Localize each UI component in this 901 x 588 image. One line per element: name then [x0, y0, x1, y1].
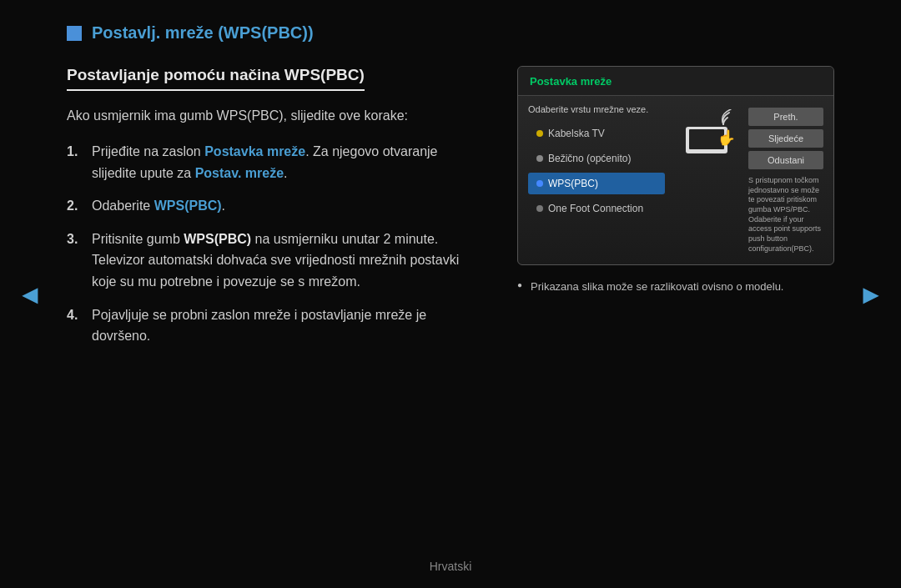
- dialog-title: Postavka mreže: [530, 75, 612, 88]
- dialog-left-panel: Odaberite vrstu mrežne veze. Kabelska TV…: [528, 104, 665, 254]
- step1-link2: Postav. mreže: [195, 166, 284, 180]
- dialog-center-panel: 👆: [673, 104, 740, 254]
- router-icon: 👆: [677, 108, 736, 153]
- note-text: Prikazana slika može se razlikovati ovis…: [517, 279, 834, 295]
- menu-item-onefoot[interactable]: One Foot Connection: [528, 198, 665, 219]
- step2-highlight: WPS(PBC): [154, 199, 222, 213]
- menu-label: Bežično (općenito): [548, 153, 631, 164]
- menu-item-kabelska[interactable]: Kabelska TV: [528, 123, 665, 144]
- header-icon: [67, 26, 82, 41]
- right-content: Postavka mreže Odaberite vrstu mrežne ve…: [517, 66, 834, 359]
- dot-icon: [536, 155, 543, 162]
- page-header: Postavlj. mreže (WPS(PBC)): [67, 23, 834, 43]
- step-number: 2.: [67, 195, 78, 217]
- dot-icon: [536, 130, 543, 137]
- steps-list: 1. Prijeđite na zaslon Postavka mreže. Z…: [67, 141, 484, 347]
- list-item: 1. Prijeđite na zaslon Postavka mreže. Z…: [67, 141, 484, 183]
- step3-highlight: WPS(PBC): [184, 232, 251, 246]
- menu-label: One Foot Connection: [548, 203, 643, 214]
- list-item: 4. Pojavljuje se probni zaslon mreže i p…: [67, 304, 484, 347]
- tv-dialog: Postavka mreže Odaberite vrstu mrežne ve…: [517, 66, 834, 265]
- list-item: 2. Odaberite WPS(PBC).: [67, 195, 484, 217]
- list-item: 3. Pritisnite gumb WPS(PBC) na usmjernik…: [67, 229, 484, 293]
- dot-icon: [536, 205, 543, 212]
- intro-text: Ako usmjernik ima gumb WPS(PBC), slijedi…: [67, 106, 484, 126]
- step-number: 1.: [67, 141, 78, 163]
- left-content: Postavljanje pomoću načina WPS(PBC) Ako …: [67, 66, 484, 359]
- dot-icon: [536, 180, 543, 187]
- step4-text: Pojavljuje se probni zaslon mreže i post…: [92, 308, 426, 344]
- section-heading: Postavljanje pomoću načina WPS(PBC): [67, 66, 365, 91]
- content-area: Postavljanje pomoću načina WPS(PBC) Ako …: [67, 66, 834, 359]
- cancel-button[interactable]: Odustani: [748, 151, 823, 169]
- menu-label: WPS(PBC): [548, 178, 598, 189]
- step-number: 4.: [67, 304, 78, 326]
- dialog-body: Odaberite vrstu mrežne veze. Kabelska TV…: [518, 96, 833, 264]
- footer-language: Hrvatski: [430, 560, 472, 573]
- hand-icon: 👆: [717, 128, 736, 147]
- next-button[interactable]: Sljedeće: [748, 129, 823, 148]
- step-number: 3.: [67, 229, 78, 250]
- prev-button[interactable]: Preth.: [748, 108, 823, 126]
- nav-prev-button[interactable]: ◄: [17, 279, 43, 309]
- dialog-sidebar: Preth. Sljedeće Odustani S pristupnom to…: [748, 104, 823, 254]
- nav-next-button[interactable]: ►: [858, 279, 884, 309]
- dialog-instruction: Odaberite vrstu mrežne veze.: [528, 104, 665, 114]
- menu-item-wps[interactable]: WPS(PBC): [528, 173, 665, 194]
- step1-link1: Postavka mreže: [204, 144, 305, 158]
- dialog-title-bar: Postavka mreže: [518, 67, 833, 96]
- menu-label: Kabelska TV: [548, 128, 605, 139]
- menu-item-bezicno[interactable]: Bežično (općenito): [528, 148, 665, 169]
- page-title: Postavlj. mreže (WPS(PBC)): [92, 23, 314, 43]
- sidebar-description: S pristupnom točkom jednostavno se može …: [748, 176, 823, 254]
